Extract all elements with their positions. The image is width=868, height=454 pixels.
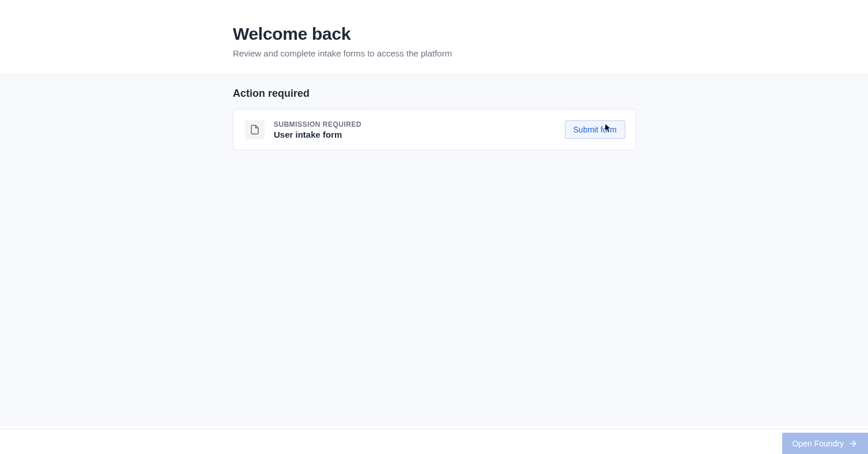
header-section: Welcome back Review and complete intake … xyxy=(0,0,868,75)
document-icon-box xyxy=(245,120,265,139)
card-text: SUBMISSION REQUIRED User intake form xyxy=(274,120,556,139)
document-icon xyxy=(250,124,260,135)
card-status-label: SUBMISSION REQUIRED xyxy=(274,120,556,128)
section-title: Action required xyxy=(233,88,868,100)
page-subtitle: Review and complete intake forms to acce… xyxy=(233,48,868,58)
content-section: Action required SUBMISSION REQUIRED User… xyxy=(0,75,868,426)
open-foundry-button[interactable]: Open Foundry xyxy=(782,433,869,455)
submit-form-button[interactable]: Submit form xyxy=(565,120,625,139)
arrow-right-icon xyxy=(848,439,858,448)
footer-bar: Open Foundry xyxy=(0,429,868,454)
open-foundry-label: Open Foundry xyxy=(792,439,844,448)
action-card: SUBMISSION REQUIRED User intake form Sub… xyxy=(233,109,636,150)
card-form-name: User intake form xyxy=(274,130,556,139)
page-title: Welcome back xyxy=(233,24,868,44)
